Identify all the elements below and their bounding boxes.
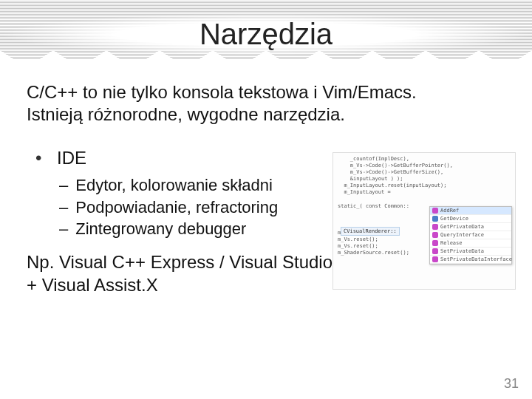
- bullet-ide-label: IDE: [57, 148, 86, 168]
- ide-popup-item: AddRef: [430, 207, 511, 215]
- ide-popup-item: QueryInterface: [430, 231, 511, 239]
- ide-popup-item: SetPrivateData: [430, 248, 511, 256]
- ide-scope-token: CVisualRenderer::: [341, 227, 400, 236]
- page-title: Narzędzia: [0, 13, 532, 55]
- ide-popup-item: Release: [430, 239, 511, 248]
- ide-popup-item: SetPrivateDataInterface: [430, 256, 511, 264]
- ide-popup-label: AddRef: [440, 208, 459, 214]
- ide-screenshot: _countof(ImplDesc), m_Vs->Code()->GetBuf…: [332, 152, 516, 290]
- ide-popup-label: SetPrivateData: [440, 248, 484, 254]
- ide-popup-item: GetPrivateData: [430, 223, 511, 231]
- intro-line-2: Istnieją różnorodne, wygodne narzędzia.: [27, 104, 345, 124]
- method-icon: [432, 256, 438, 262]
- page-number: 31: [504, 376, 519, 392]
- example-line-2: + Visual Assist.X: [27, 275, 158, 295]
- ide-popup-item: GetDevice: [430, 215, 511, 223]
- method-icon: [432, 208, 438, 214]
- method-icon: [432, 248, 438, 254]
- ide-popup-label: SetPrivateDataInterface: [440, 256, 512, 262]
- ide-popup-label: QueryInterface: [440, 232, 484, 238]
- ide-autocomplete-popup: AddRef GetDevice GetPrivateData QueryInt…: [429, 206, 512, 265]
- method-icon: [432, 232, 438, 238]
- intro-line-1: C/C++ to nie tylko konsola tekstowa i Vi…: [27, 82, 417, 102]
- intro-text: C/C++ to nie tylko konsola tekstowa i Vi…: [27, 81, 505, 126]
- ide-popup-label: Release: [440, 240, 463, 246]
- ide-popup-label: GetPrivateData: [440, 224, 484, 230]
- method-icon: [432, 240, 438, 246]
- example-line-1: Np. Visual C++ Express / Visual Studio: [27, 252, 332, 272]
- method-icon: [432, 224, 438, 230]
- method-icon: [432, 216, 438, 222]
- ide-popup-label: GetDevice: [440, 216, 468, 222]
